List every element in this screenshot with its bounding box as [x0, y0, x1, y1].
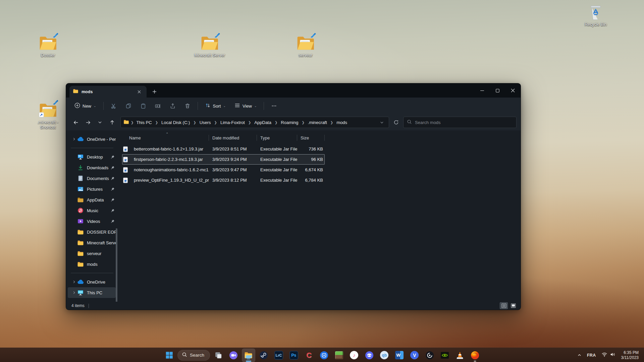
taskbar-app-task-view[interactable] [212, 349, 225, 362]
search-box[interactable] [403, 117, 517, 128]
sidebar-item-serveur[interactable]: serveur [68, 248, 116, 259]
column-header-size[interactable]: Size [297, 135, 325, 141]
new-button[interactable]: New ⌄ [71, 100, 100, 112]
address-box[interactable]: ❯ This PC❯Local Disk (C:)❯Users❯Lima-Fox… [120, 117, 389, 128]
details-view-button[interactable] [500, 302, 508, 309]
breadcrumb-appdata[interactable]: AppData [252, 119, 274, 126]
clock[interactable]: 6:35 PM 3/11/2023 [619, 350, 641, 360]
up-button[interactable] [106, 117, 118, 128]
column-header-date-modified[interactable]: Date modified [209, 135, 257, 141]
taskbar-app-photoshop[interactable]: Ps [287, 349, 301, 362]
language-indicator[interactable]: FRA [585, 350, 598, 361]
taskbar-app-file-explorer[interactable] [242, 349, 255, 362]
breadcrumb-roaming[interactable]: Roaming [278, 119, 301, 126]
sort-button[interactable]: Sort ⌄ [201, 100, 229, 112]
breadcrumb--minecraft[interactable]: .minecraft [306, 119, 329, 126]
explorer-tab-mods[interactable]: mods [69, 86, 147, 98]
sidebar-item-onedrive-personal[interactable]: OneDrive - Perso [68, 134, 116, 144]
sort-label: Sort [213, 104, 221, 109]
sidebar-item-downloads[interactable]: Downloads [68, 162, 116, 173]
file-size: 96 KB [297, 157, 325, 162]
file-row[interactable]: bettercombat-fabric-1.6.2+1.19.3.jar3/9/… [122, 144, 325, 154]
thumbnail-view-button[interactable] [509, 302, 517, 309]
folder-dark-icon [77, 196, 84, 203]
breadcrumb-this-pc[interactable]: This PC [134, 119, 154, 126]
copy-button[interactable] [122, 100, 135, 112]
file-row[interactable]: notenoughanimations-fabric-1.6.2-mc1....… [122, 165, 325, 175]
taskbar-app-minecraft[interactable] [332, 349, 346, 362]
sync-arrows-icon [214, 32, 221, 40]
recent-locations-button[interactable] [94, 117, 106, 128]
taskbar-app-ccleaner[interactable]: C [302, 349, 316, 362]
refresh-button[interactable] [390, 117, 402, 128]
tray-icons[interactable] [599, 350, 618, 361]
desktop-icon-serveur[interactable]: serveur [285, 34, 326, 58]
search-input[interactable] [415, 120, 513, 125]
sidebar-item-minecraft-server[interactable]: Minecraft Server [68, 237, 116, 248]
rename-button[interactable] [151, 100, 165, 112]
desktop-icon-minecraft-server[interactable]: Minecraft Server [190, 34, 230, 58]
forward-button[interactable] [82, 117, 94, 128]
tray-chevron-up-icon[interactable] [575, 350, 584, 361]
pin-icon [110, 187, 115, 191]
file-row[interactable]: preview_OptiFine_1.19.3_HD_U_I2_pre5.jar… [122, 175, 325, 185]
chevron-right-icon: ❯ [248, 121, 251, 124]
breadcrumb-lima-foxtrot[interactable]: Lima-Foxtrot [218, 119, 247, 126]
taskbar-app-steam[interactable] [257, 349, 270, 362]
sidebar-item-label: OneDrive [87, 280, 116, 285]
sidebar-item-desktop[interactable]: Desktop [68, 152, 116, 162]
file-row[interactable]: firstperson-fabric-2.2.3-mc1.19.3.jar3/9… [122, 154, 325, 165]
breadcrumb-local-disk-c-[interactable]: Local Disk (C:) [159, 119, 192, 126]
taskbar-app-ubisoft-connect[interactable] [423, 349, 436, 362]
sidebar-item-pictures[interactable]: Pictures [68, 184, 116, 194]
delete-button[interactable] [181, 100, 194, 112]
chevron-right-icon[interactable] [71, 291, 77, 294]
minimize-button[interactable] [474, 83, 490, 98]
taskbar-app-word[interactable]: W [393, 349, 406, 362]
new-tab-button[interactable] [149, 86, 160, 97]
maximize-button[interactable] [490, 83, 505, 98]
taskbar-app-lightroom[interactable]: LrC [272, 349, 285, 362]
breadcrumb-mods[interactable]: mods [334, 119, 350, 126]
sidebar-item-onedrive[interactable]: OneDrive [68, 277, 116, 287]
chevron-right-icon[interactable] [71, 280, 77, 284]
sidebar-scrollbar[interactable] [116, 228, 117, 310]
taskbar-app-firefox[interactable] [468, 349, 482, 362]
taskbar-app-phone-link[interactable] [317, 349, 331, 362]
share-button[interactable] [166, 100, 179, 112]
sidebar-item-this-pc[interactable]: This PC [68, 287, 116, 298]
desktop-icon-minecraft-shortcut[interactable]: .minecraft - Shortcut [28, 101, 68, 130]
desktop-icon-dossier[interactable]: Dossier [28, 34, 68, 58]
shortcut-arrow-icon [39, 112, 44, 119]
see-more-button[interactable] [267, 100, 281, 112]
file-date-modified: 3/9/2023 8:12 PM [209, 178, 257, 183]
sidebar-item-label: AppData [87, 197, 110, 202]
sidebar-item-appdata[interactable]: AppData [68, 194, 116, 205]
sidebar-item-music[interactable]: Music [68, 205, 116, 216]
cut-button[interactable] [107, 100, 120, 112]
close-button[interactable] [505, 83, 521, 98]
taskbar-app-nvidia[interactable] [438, 349, 451, 362]
view-button[interactable]: View ⌄ [231, 100, 261, 112]
sidebar-item-dossier-eopan[interactable]: DOSSIER EOPAN [68, 227, 116, 237]
taskbar-search[interactable]: Search [177, 350, 210, 361]
address-dropdown-icon[interactable] [377, 121, 386, 124]
desktop-icon-recycle-bin[interactable]: Recycle Bin [576, 3, 616, 27]
column-header-type[interactable]: Type [257, 135, 297, 141]
taskbar-app-itunes[interactable]: ♪ [347, 349, 361, 362]
sidebar-item-mods[interactable]: mods [68, 259, 116, 269]
taskbar-app-vlc[interactable] [453, 349, 467, 362]
taskbar-app-video-chat[interactable] [227, 349, 240, 362]
taskbar-app-discord[interactable] [363, 349, 376, 362]
taskbar-app-v-app[interactable]: V [408, 349, 421, 362]
breadcrumb-users[interactable]: Users [197, 119, 213, 126]
title-bar[interactable]: mods [66, 83, 521, 98]
sidebar-item-documents[interactable]: Documents [68, 173, 116, 184]
paste-button[interactable] [137, 100, 150, 112]
sidebar-item-videos[interactable]: Videos [68, 216, 116, 227]
back-button[interactable] [70, 117, 82, 128]
taskbar-app-qbittorrent[interactable]: qb [378, 349, 391, 362]
chevron-right-icon[interactable] [71, 137, 77, 141]
tab-close-icon[interactable] [135, 88, 143, 96]
start-button[interactable] [162, 349, 176, 362]
